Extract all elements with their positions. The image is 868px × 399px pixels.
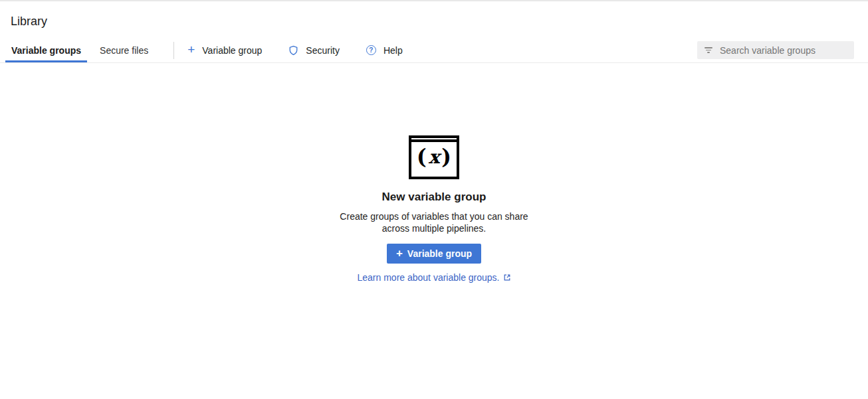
plus-icon: + xyxy=(396,248,403,259)
open-paren-glyph: ( xyxy=(417,147,427,167)
tab-variable-groups-label: Variable groups xyxy=(11,45,81,56)
new-variable-group-button[interactable]: + Variable group xyxy=(174,38,275,62)
plus-icon: + xyxy=(187,43,195,56)
primary-button-label: Variable group xyxy=(407,248,472,259)
question-mark-glyph: ? xyxy=(369,47,373,54)
new-variable-group-button-label: Variable group xyxy=(202,45,262,56)
security-button-label: Security xyxy=(306,45,340,56)
filter-icon xyxy=(704,47,712,53)
tab-secure-files-label: Secure files xyxy=(100,45,148,56)
window-body: ( x ) xyxy=(411,142,457,174)
learn-more-link-label: Learn more about variable groups. xyxy=(357,272,499,283)
description-line-2: across multiple pipelines. xyxy=(340,223,528,235)
shield-icon xyxy=(288,45,298,56)
empty-state-title: New variable group xyxy=(382,191,487,204)
page-title: Library xyxy=(11,14,857,29)
empty-state: ( x ) New variable group Create groups o… xyxy=(0,63,868,283)
learn-more-link[interactable]: Learn more about variable groups. xyxy=(357,272,510,283)
variable-group-primary-button[interactable]: + Variable group xyxy=(387,244,481,264)
tab-variable-groups[interactable]: Variable groups xyxy=(5,38,87,62)
page-header: Library xyxy=(0,1,868,29)
search-box[interactable] xyxy=(697,41,854,59)
close-paren-glyph: ) xyxy=(441,147,451,167)
help-circle-icon: ? xyxy=(366,45,376,55)
help-button-label: Help xyxy=(383,45,403,56)
security-button[interactable]: Security xyxy=(275,38,353,62)
variable-x-glyph: x xyxy=(429,148,440,167)
tab-secure-files[interactable]: Secure files xyxy=(94,38,154,62)
description-line-1: Create groups of variables that you can … xyxy=(340,211,528,223)
search-input[interactable] xyxy=(720,45,847,56)
tab-and-command-bar: Variable groups Secure files + Variable … xyxy=(0,38,868,63)
external-link-icon xyxy=(503,274,511,281)
empty-state-description: Create groups of variables that you can … xyxy=(340,211,528,234)
library-page: { "header": { "title": "Library" }, "tab… xyxy=(0,0,868,399)
help-button[interactable]: ? Help xyxy=(353,38,416,62)
variable-group-window-icon: ( x ) xyxy=(409,135,459,179)
